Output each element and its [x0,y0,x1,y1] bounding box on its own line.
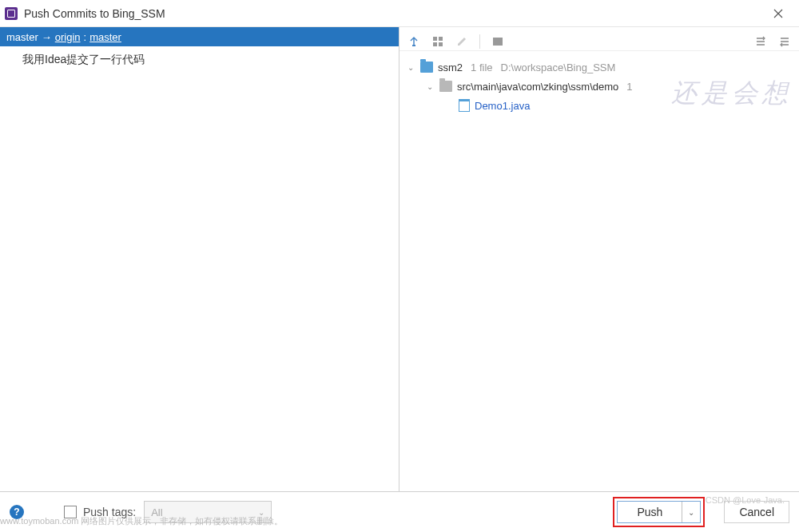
help-button[interactable]: ? [10,505,24,519]
svg-rect-1 [433,37,437,41]
svg-rect-2 [439,37,443,41]
separator [479,34,480,49]
chevron-down-icon: ⌄ [258,508,264,517]
tree-root[interactable]: ⌄ ssm2 1 file D:\workspace\Bing_SSM [407,58,791,77]
root-meta: 1 file [471,62,492,73]
bottom-bar: ? Push tags: All ⌄ Push ⌄ Cancel [0,492,799,532]
main-split: master → origin : master 我用Idea提交了一行代码 [0,27,799,492]
arrow-icon: → [42,31,52,43]
svg-rect-3 [433,42,437,46]
commit-item[interactable]: 我用Idea提交了一行代码 [0,51,399,69]
close-icon [773,9,783,18]
file-name: Demo1.java [475,100,530,112]
commit-list: 我用Idea提交了一行代码 [0,46,399,491]
preview-icon[interactable] [491,35,504,48]
tags-select: All ⌄ [144,501,272,523]
push-button[interactable]: Push ⌄ [617,501,701,523]
push-button-label: Push [618,502,682,522]
commits-panel: master → origin : master 我用Idea提交了一行代码 [0,27,400,491]
settings-icon-2[interactable] [778,35,791,48]
app-icon [5,7,18,20]
file-tree: ⌄ ssm2 1 file D:\workspace\Bing_SSM ⌄ sr… [400,54,799,491]
files-toolbar [400,32,799,51]
chevron-down-icon[interactable]: ⌄ [407,63,415,72]
branch-selector[interactable]: master → origin : master [0,27,399,46]
java-file-icon [459,99,470,112]
tags-select-value: All [151,506,162,518]
push-tags-checkbox[interactable] [64,506,77,518]
remote-branch[interactable]: master [89,31,121,43]
svg-rect-4 [439,42,443,46]
folder-meta: 1 [626,81,632,93]
module-icon [420,62,433,73]
tree-folder[interactable]: ⌄ src\main\java\com\zking\ssm\demo 1 [407,77,791,96]
tree-file[interactable]: Demo1.java [407,96,791,115]
folder-path: src\main\java\com\zking\ssm\demo [457,81,618,93]
close-button[interactable] [762,2,794,26]
svg-rect-5 [493,38,503,46]
window-title: Push Commits to Bing_SSM [24,7,762,20]
group-by-icon[interactable] [431,35,444,48]
edit-icon[interactable] [455,35,468,48]
settings-icon-1[interactable] [754,35,767,48]
folder-icon [439,81,452,92]
expand-all-icon[interactable] [407,35,420,48]
push-dropdown[interactable]: ⌄ [682,502,700,522]
remote-name[interactable]: origin [55,31,81,43]
root-path: D:\workspace\Bing_SSM [501,62,616,73]
files-panel: ⌄ ssm2 1 file D:\workspace\Bing_SSM ⌄ sr… [400,27,799,491]
push-button-highlight: Push ⌄ [613,497,705,527]
push-tags-label: Push tags: [83,506,136,518]
title-bar: Push Commits to Bing_SSM [0,0,799,27]
root-name: ssm2 [438,62,463,73]
cancel-button[interactable]: Cancel [724,501,789,523]
chevron-down-icon[interactable]: ⌄ [427,82,435,91]
local-branch: master [6,31,38,43]
push-tags-option[interactable]: Push tags: [64,506,136,518]
colon: : [84,31,87,43]
svg-rect-0 [412,45,415,46]
